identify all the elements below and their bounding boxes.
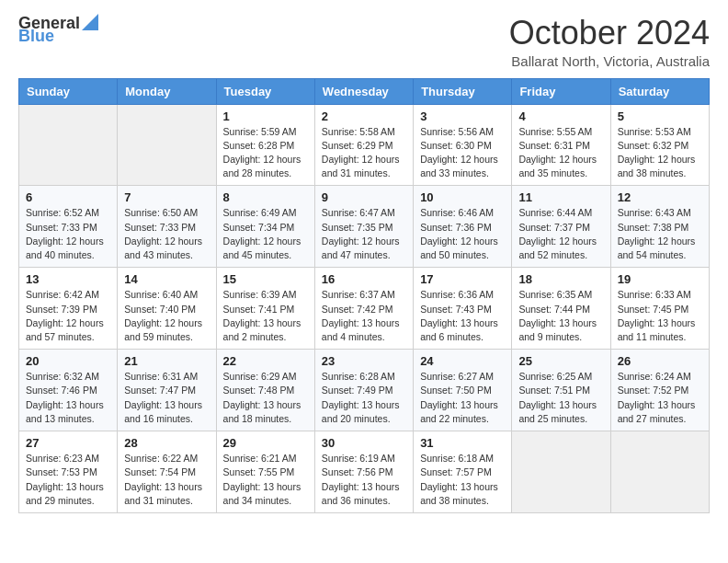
day-info: Sunrise: 6:19 AMSunset: 7:56 PMDaylight:… (322, 452, 406, 508)
table-row: 19Sunrise: 6:33 AMSunset: 7:45 PMDayligh… (610, 268, 709, 350)
day-info: Sunrise: 6:50 AMSunset: 7:33 PMDaylight:… (124, 206, 209, 262)
day-number: 16 (322, 272, 406, 286)
calendar-header-row: Sunday Monday Tuesday Wednesday Thursday… (19, 78, 710, 104)
header: General Blue October 2024 Ballarat North… (18, 15, 710, 69)
day-info: Sunrise: 5:55 AMSunset: 6:31 PMDaylight:… (518, 125, 603, 181)
table-row: 1Sunrise: 5:59 AMSunset: 6:28 PMDaylight… (216, 104, 314, 186)
day-info: Sunrise: 6:43 AMSunset: 7:38 PMDaylight:… (618, 206, 702, 262)
table-row: 22Sunrise: 6:29 AMSunset: 7:48 PMDayligh… (216, 350, 314, 431)
day-info: Sunrise: 6:39 AMSunset: 7:41 PMDaylight:… (223, 288, 308, 344)
header-sunday: Sunday (19, 78, 118, 104)
header-tuesday: Tuesday (216, 78, 314, 104)
day-info: Sunrise: 6:33 AMSunset: 7:45 PMDaylight:… (618, 288, 702, 344)
day-info: Sunrise: 6:36 AMSunset: 7:43 PMDaylight:… (420, 288, 505, 344)
table-row: 14Sunrise: 6:40 AMSunset: 7:40 PMDayligh… (118, 268, 216, 350)
day-info: Sunrise: 6:29 AMSunset: 7:48 PMDaylight:… (223, 370, 308, 426)
header-monday: Monday (118, 78, 216, 104)
table-row: 30Sunrise: 6:19 AMSunset: 7:56 PMDayligh… (314, 431, 413, 513)
day-number: 31 (420, 436, 505, 450)
table-row: 17Sunrise: 6:36 AMSunset: 7:43 PMDayligh… (414, 268, 512, 350)
logo-icon (82, 14, 98, 30)
day-info: Sunrise: 5:59 AMSunset: 6:28 PMDaylight:… (223, 125, 308, 181)
day-number: 2 (322, 109, 406, 123)
day-info: Sunrise: 6:25 AMSunset: 7:51 PMDaylight:… (518, 370, 603, 426)
day-info: Sunrise: 6:32 AMSunset: 7:46 PMDaylight:… (26, 370, 110, 426)
header-saturday: Saturday (610, 78, 709, 104)
day-number: 1 (223, 109, 308, 123)
calendar-week-3: 13Sunrise: 6:42 AMSunset: 7:39 PMDayligh… (19, 268, 710, 350)
day-number: 4 (518, 109, 603, 123)
header-thursday: Thursday (414, 78, 512, 104)
table-row: 26Sunrise: 6:24 AMSunset: 7:52 PMDayligh… (610, 350, 709, 431)
day-number: 20 (26, 354, 110, 368)
table-row: 10Sunrise: 6:46 AMSunset: 7:36 PMDayligh… (414, 186, 512, 268)
calendar-week-1: 1Sunrise: 5:59 AMSunset: 6:28 PMDaylight… (19, 104, 710, 186)
day-number: 12 (618, 190, 702, 204)
table-row: 2Sunrise: 5:58 AMSunset: 6:29 PMDaylight… (314, 104, 413, 186)
day-info: Sunrise: 5:53 AMSunset: 6:32 PMDaylight:… (618, 125, 702, 181)
header-friday: Friday (512, 78, 610, 104)
day-info: Sunrise: 6:28 AMSunset: 7:49 PMDaylight:… (322, 370, 406, 426)
table-row (610, 431, 709, 513)
logo: General Blue (18, 15, 98, 44)
day-number: 18 (518, 272, 603, 286)
table-row: 24Sunrise: 6:27 AMSunset: 7:50 PMDayligh… (414, 350, 512, 431)
table-row: 25Sunrise: 6:25 AMSunset: 7:51 PMDayligh… (512, 350, 610, 431)
day-number: 23 (322, 354, 406, 368)
table-row: 11Sunrise: 6:44 AMSunset: 7:37 PMDayligh… (512, 186, 610, 268)
table-row: 23Sunrise: 6:28 AMSunset: 7:49 PMDayligh… (314, 350, 413, 431)
day-number: 24 (420, 354, 505, 368)
calendar-week-4: 20Sunrise: 6:32 AMSunset: 7:46 PMDayligh… (19, 350, 710, 431)
day-number: 10 (420, 190, 505, 204)
page: General Blue October 2024 Ballarat North… (0, 0, 728, 524)
day-info: Sunrise: 6:37 AMSunset: 7:42 PMDaylight:… (322, 288, 406, 344)
table-row (118, 104, 216, 186)
table-row: 4Sunrise: 5:55 AMSunset: 6:31 PMDaylight… (512, 104, 610, 186)
day-number: 19 (618, 272, 702, 286)
table-row: 3Sunrise: 5:56 AMSunset: 6:30 PMDaylight… (414, 104, 512, 186)
day-info: Sunrise: 6:49 AMSunset: 7:34 PMDaylight:… (223, 206, 308, 262)
day-info: Sunrise: 6:47 AMSunset: 7:35 PMDaylight:… (322, 206, 406, 262)
day-info: Sunrise: 6:22 AMSunset: 7:54 PMDaylight:… (124, 452, 209, 508)
day-info: Sunrise: 6:18 AMSunset: 7:57 PMDaylight:… (420, 452, 505, 508)
day-info: Sunrise: 6:35 AMSunset: 7:44 PMDaylight:… (518, 288, 603, 344)
day-number: 3 (420, 109, 505, 123)
table-row: 31Sunrise: 6:18 AMSunset: 7:57 PMDayligh… (414, 431, 512, 513)
day-number: 14 (124, 272, 209, 286)
day-info: Sunrise: 6:24 AMSunset: 7:52 PMDaylight:… (618, 370, 702, 426)
calendar-week-2: 6Sunrise: 6:52 AMSunset: 7:33 PMDaylight… (19, 186, 710, 268)
table-row (512, 431, 610, 513)
day-info: Sunrise: 6:40 AMSunset: 7:40 PMDaylight:… (124, 288, 209, 344)
day-number: 26 (618, 354, 702, 368)
day-info: Sunrise: 6:52 AMSunset: 7:33 PMDaylight:… (26, 206, 110, 262)
day-info: Sunrise: 6:27 AMSunset: 7:50 PMDaylight:… (420, 370, 505, 426)
day-number: 28 (124, 436, 209, 450)
day-number: 7 (124, 190, 209, 204)
table-row: 13Sunrise: 6:42 AMSunset: 7:39 PMDayligh… (19, 268, 118, 350)
day-number: 17 (420, 272, 505, 286)
day-info: Sunrise: 5:56 AMSunset: 6:30 PMDaylight:… (420, 125, 505, 181)
logo-blue: Blue (18, 28, 54, 44)
table-row: 21Sunrise: 6:31 AMSunset: 7:47 PMDayligh… (118, 350, 216, 431)
day-number: 15 (223, 272, 308, 286)
calendar-table: Sunday Monday Tuesday Wednesday Thursday… (18, 78, 710, 513)
header-wednesday: Wednesday (314, 78, 413, 104)
day-info: Sunrise: 6:44 AMSunset: 7:37 PMDaylight:… (518, 206, 603, 262)
table-row: 27Sunrise: 6:23 AMSunset: 7:53 PMDayligh… (19, 431, 118, 513)
day-info: Sunrise: 6:31 AMSunset: 7:47 PMDaylight:… (124, 370, 209, 426)
day-info: Sunrise: 6:46 AMSunset: 7:36 PMDaylight:… (420, 206, 505, 262)
day-info: Sunrise: 6:23 AMSunset: 7:53 PMDaylight:… (26, 452, 110, 508)
table-row: 5Sunrise: 5:53 AMSunset: 6:32 PMDaylight… (610, 104, 709, 186)
table-row: 6Sunrise: 6:52 AMSunset: 7:33 PMDaylight… (19, 186, 118, 268)
table-row: 16Sunrise: 6:37 AMSunset: 7:42 PMDayligh… (314, 268, 413, 350)
title-area: October 2024 Ballarat North, Victoria, A… (509, 15, 710, 69)
day-number: 25 (518, 354, 603, 368)
day-number: 21 (124, 354, 209, 368)
table-row: 9Sunrise: 6:47 AMSunset: 7:35 PMDaylight… (314, 186, 413, 268)
table-row: 12Sunrise: 6:43 AMSunset: 7:38 PMDayligh… (610, 186, 709, 268)
table-row: 28Sunrise: 6:22 AMSunset: 7:54 PMDayligh… (118, 431, 216, 513)
day-number: 30 (322, 436, 406, 450)
table-row: 7Sunrise: 6:50 AMSunset: 7:33 PMDaylight… (118, 186, 216, 268)
table-row: 8Sunrise: 6:49 AMSunset: 7:34 PMDaylight… (216, 186, 314, 268)
day-number: 5 (618, 109, 702, 123)
